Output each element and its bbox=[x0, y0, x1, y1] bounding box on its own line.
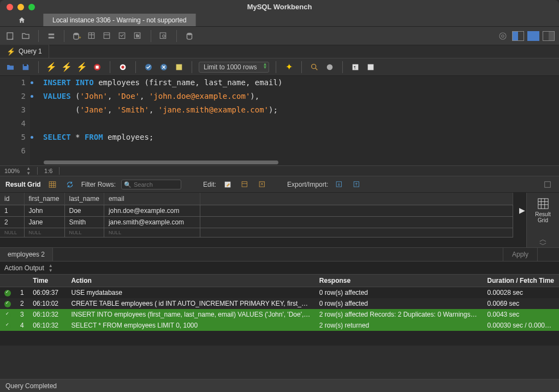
home-icon bbox=[17, 16, 26, 24]
ao-column-header[interactable] bbox=[0, 275, 16, 287]
updown-icon[interactable]: ▲▼ bbox=[49, 263, 53, 273]
svg-rect-39 bbox=[242, 181, 247, 186]
action-output-row[interactable]: 106:09:37USE mydatabase0 row(s) affected… bbox=[0, 287, 559, 299]
ao-column-header[interactable]: Action bbox=[67, 275, 315, 287]
limit-rows-select[interactable]: Limit to 1000 rows ▲▼ bbox=[199, 62, 269, 73]
table-row[interactable]: 1JohnDoejohn.doe@example.com bbox=[0, 205, 513, 217]
stop-button[interactable] bbox=[91, 61, 103, 73]
execute-current-button[interactable]: ⚡I bbox=[61, 61, 73, 73]
toggle-safe-updates-button[interactable] bbox=[173, 61, 185, 73]
toggle-invisible-button[interactable] bbox=[324, 61, 336, 73]
connection-tab-strip: Local instance 3306 - Warning - not supp… bbox=[0, 14, 559, 27]
collapse-side-tabs-icon[interactable]: ▶ bbox=[519, 206, 525, 215]
success-icon bbox=[4, 301, 11, 307]
action-output-row[interactable]: 406:10:32SELECT * FROM employees LIMIT 0… bbox=[0, 320, 559, 331]
ao-column-header[interactable]: Duration / Fetch Time bbox=[483, 275, 559, 287]
code-area[interactable]: INSERT INTO employees (first_name, last_… bbox=[30, 76, 559, 165]
reconnect-button[interactable] bbox=[183, 30, 195, 42]
svg-text:+: + bbox=[79, 35, 81, 40]
svg-rect-33 bbox=[49, 181, 56, 187]
result-side-tabs: Result Grid ︿﹀ bbox=[526, 193, 559, 247]
new-sql-tab-button[interactable]: + bbox=[4, 30, 16, 42]
create-schema-button[interactable]: + bbox=[71, 30, 83, 42]
export-button[interactable] bbox=[334, 179, 346, 191]
execute-all-button[interactable]: ⚡ bbox=[45, 61, 57, 73]
snippets-button[interactable] bbox=[365, 61, 377, 73]
filter-rows-label: Filter Rows: bbox=[81, 181, 116, 188]
wrap-cell-button[interactable] bbox=[542, 179, 554, 191]
ao-column-header[interactable] bbox=[16, 275, 28, 287]
result-grid-label: Result Grid bbox=[5, 181, 41, 188]
home-tab[interactable] bbox=[0, 14, 44, 26]
svg-rect-46 bbox=[545, 181, 551, 187]
explain-button[interactable]: ⚡ bbox=[76, 61, 88, 73]
query-tab-strip: ⚡ Query 1 bbox=[0, 45, 559, 58]
table-row[interactable]: 2JaneSmithjane.smith@example.com bbox=[0, 217, 513, 228]
svg-text:¶: ¶ bbox=[354, 65, 356, 69]
action-output-selector[interactable]: Action Output bbox=[4, 264, 44, 272]
result-tab-strip: employees 2 Apply bbox=[0, 247, 559, 262]
toggle-autocommit-button[interactable] bbox=[117, 61, 129, 73]
sql-editor[interactable]: 123456 INSERT INTO employees (first_name… bbox=[0, 76, 559, 165]
search-icon: 🔍 bbox=[124, 181, 132, 188]
null-row[interactable]: NULLNULLNULLNULL bbox=[0, 228, 513, 237]
edit-row-button[interactable] bbox=[222, 179, 234, 191]
result-grid[interactable]: idfirst_namelast_nameemail1JohnDoejohn.d… bbox=[0, 193, 526, 247]
add-row-button[interactable] bbox=[239, 179, 251, 191]
chevron-stack-icon[interactable]: ︿﹀ bbox=[539, 236, 547, 247]
query-tab[interactable]: ⚡ Query 1 bbox=[0, 45, 49, 58]
import-button[interactable] bbox=[351, 179, 363, 191]
find-button[interactable] bbox=[308, 61, 320, 73]
svg-rect-21 bbox=[96, 66, 98, 68]
create-function-button[interactable]: fx bbox=[132, 30, 144, 42]
svg-line-28 bbox=[316, 68, 317, 70]
column-header[interactable]: id bbox=[0, 193, 24, 205]
ao-column-header[interactable]: Time bbox=[28, 275, 67, 287]
window-titlebar: MySQL Workbench bbox=[0, 0, 559, 14]
svg-point-16 bbox=[187, 33, 192, 35]
editor-statusbar: 100% ▲▼ 1:6 bbox=[0, 165, 559, 176]
toggle-word-wrap-button[interactable]: ¶ bbox=[349, 61, 361, 73]
create-procedure-button[interactable] bbox=[117, 30, 129, 42]
result-tab[interactable]: employees 2 bbox=[0, 248, 53, 261]
result-grid-side-tab[interactable]: Result Grid bbox=[530, 197, 556, 223]
column-header[interactable]: last_name bbox=[64, 193, 104, 205]
svg-point-18 bbox=[499, 33, 506, 39]
horizontal-scrollbar[interactable] bbox=[44, 161, 278, 164]
action-output-row[interactable]: 306:10:32INSERT INTO employees (first_na… bbox=[0, 309, 559, 320]
svg-point-4 bbox=[74, 33, 79, 35]
zoom-stepper-icon[interactable]: ▲▼ bbox=[26, 166, 31, 176]
result-grid-icon[interactable] bbox=[46, 179, 58, 191]
refresh-button[interactable] bbox=[64, 179, 76, 191]
action-output-grid[interactable]: TimeActionResponseDuration / Fetch Time1… bbox=[0, 275, 559, 346]
toggle-secondary-sidebar-button[interactable] bbox=[543, 31, 555, 41]
ao-column-header[interactable]: Response bbox=[315, 275, 483, 287]
create-table-button[interactable] bbox=[86, 30, 98, 42]
svg-text:+: + bbox=[11, 36, 14, 41]
zoom-level[interactable]: 100% bbox=[4, 168, 20, 174]
success-icon bbox=[4, 312, 11, 318]
svg-rect-26 bbox=[176, 64, 182, 70]
revert-button[interactable] bbox=[537, 248, 559, 261]
action-output-row[interactable]: 206:10:02CREATE TABLE employees ( id INT… bbox=[0, 298, 559, 309]
open-sql-file-button[interactable] bbox=[20, 30, 32, 42]
bolt-icon: ⚡ bbox=[7, 47, 15, 56]
search-table-data-button[interactable] bbox=[158, 30, 170, 42]
settings-gear-button[interactable] bbox=[497, 30, 509, 42]
open-file-button[interactable] bbox=[4, 61, 16, 73]
result-toolbar: Result Grid Filter Rows: 🔍 Edit: Export/… bbox=[0, 176, 559, 193]
save-file-button[interactable] bbox=[20, 61, 32, 73]
column-header[interactable]: first_name bbox=[24, 193, 64, 205]
create-view-button[interactable] bbox=[102, 30, 114, 42]
commit-button[interactable] bbox=[142, 61, 154, 73]
toggle-sidebar-button[interactable] bbox=[512, 31, 524, 41]
connection-tab[interactable]: Local instance 3306 - Warning - not supp… bbox=[44, 14, 196, 26]
delete-row-button[interactable] bbox=[257, 179, 269, 191]
toggle-output-button[interactable] bbox=[527, 31, 539, 41]
column-header[interactable]: email bbox=[104, 193, 200, 205]
beautify-button[interactable]: ✦ bbox=[283, 61, 295, 73]
window-statusbar: Query Completed bbox=[0, 379, 559, 392]
apply-button[interactable]: Apply bbox=[503, 248, 537, 261]
server-status-button[interactable] bbox=[45, 30, 57, 42]
rollback-button[interactable] bbox=[158, 61, 170, 73]
